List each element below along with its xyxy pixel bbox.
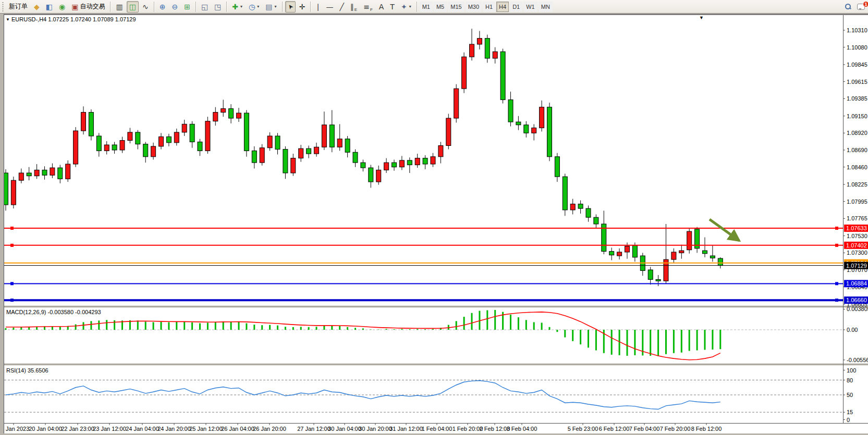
candle-body	[128, 132, 132, 141]
news-signal-icon[interactable]: ◉	[56, 1, 68, 13]
price-tick-label: 1.09385	[847, 95, 867, 102]
dropdown-caret-icon[interactable]: ▾	[409, 4, 411, 9]
bar-chart-icon[interactable]: ▥	[113, 1, 125, 13]
dropdown-caret-icon[interactable]: ▾	[240, 4, 242, 9]
candle-body	[244, 113, 249, 151]
symbol-collapse-icon[interactable]: ▼	[6, 17, 10, 22]
icon-subletter: E	[354, 7, 357, 12]
tf-h4[interactable]: H4	[496, 2, 509, 12]
candle-body	[299, 148, 303, 158]
template-icon[interactable]: ▤▾	[263, 1, 279, 13]
market-watch-icon[interactable]: ◧	[43, 1, 55, 13]
rsi-tick-label: 100	[847, 367, 856, 374]
level-handle[interactable]	[835, 299, 838, 302]
time-tick-label: 20 Jan 04:00	[29, 426, 62, 432]
candle-body	[547, 107, 552, 157]
rsi-indicator-label: RSI(14) 35.6506	[6, 367, 48, 374]
tf-m15[interactable]: M15	[448, 2, 464, 12]
new-chart-icon[interactable]: ✚▾	[229, 1, 245, 13]
level-handle[interactable]	[10, 244, 14, 247]
level-handle[interactable]	[10, 227, 14, 230]
period-icon[interactable]: ◷▾	[246, 1, 262, 13]
zoom-in-icon-glyph: ⊕	[160, 3, 166, 10]
gold-ingot-icon[interactable]: ◆	[31, 1, 42, 13]
macd-tick-label: 0.00	[847, 327, 858, 333]
tf-w1[interactable]: W1	[523, 2, 537, 12]
eurusd-h4-chart[interactable]: 1.103101.100801.098451.096151.093851.091…	[4, 15, 868, 433]
candle-body	[322, 125, 326, 147]
text-label-icon[interactable]: T	[387, 1, 397, 13]
toolbar-separator	[282, 2, 283, 12]
cursor-icon-glyph: ➤	[286, 2, 295, 10]
toolbar-grip[interactable]	[2, 2, 4, 11]
dropdown-caret-icon[interactable]: ▾	[257, 4, 259, 9]
time-tick-label: 31 Jan 12:00	[389, 426, 423, 432]
candle-body	[454, 89, 459, 118]
level-handle[interactable]	[835, 244, 838, 247]
candlestick-chart-icon[interactable]: ◫	[127, 1, 139, 13]
level-handle[interactable]	[835, 282, 838, 285]
candle-body	[353, 152, 358, 163]
level-handle[interactable]	[835, 227, 838, 230]
candlestick	[687, 228, 692, 253]
fibonacci-icon[interactable]: ≡F	[361, 1, 375, 13]
candle-body	[438, 145, 443, 156]
time-tick-label: 5 Feb 23:00	[568, 426, 598, 432]
level-price-label: 1.06660	[846, 297, 867, 303]
autotrade-button[interactable]: ▣自动交易	[69, 1, 107, 13]
candle-body	[229, 108, 234, 118]
text-icon[interactable]: A	[376, 1, 387, 13]
zoom-in-icon[interactable]: ⊕	[157, 1, 168, 13]
candle-body	[136, 132, 140, 144]
rsi-tick-label: 50	[847, 392, 853, 398]
candle-body	[361, 163, 365, 168]
candle-body	[648, 270, 653, 279]
level-price-label: 1.07402	[846, 242, 867, 248]
gold-ingot-icon-glyph: ◆	[34, 3, 40, 10]
arrows-icon[interactable]: ✦▾	[398, 1, 414, 13]
price-tick-label: 1.10310	[847, 27, 867, 33]
search-icon[interactable]	[842, 1, 853, 13]
candle-body	[415, 158, 420, 165]
trendline-icon[interactable]: ╱	[337, 1, 346, 13]
candle-body	[423, 158, 427, 164]
cursor-icon[interactable]: ➤	[285, 1, 296, 13]
time-tick-label: 6 Feb 12:00	[599, 426, 630, 432]
tf-m5[interactable]: M5	[434, 2, 447, 12]
new-order-button[interactable]: 新订单	[6, 1, 30, 13]
candle-body	[143, 144, 148, 157]
fibonacci-icon-glyph: ≡	[363, 3, 370, 10]
candle-body	[166, 136, 171, 142]
tile-windows-icon-glyph: ⊞	[184, 3, 190, 10]
arrange-charts-icon[interactable]: ◱	[199, 1, 211, 13]
candle-body	[524, 125, 529, 133]
candlestick	[462, 53, 467, 93]
zoom-out-icon[interactable]: ⊖	[169, 1, 180, 13]
tf-m1[interactable]: M1	[420, 2, 433, 12]
crosshair-icon-glyph: ✛	[299, 3, 305, 10]
level-handle[interactable]	[10, 299, 14, 302]
line-chart-icon[interactable]: ∿	[140, 1, 151, 13]
equidistant-channel-icon[interactable]: ∥E	[348, 1, 360, 13]
tf-h1[interactable]: H1	[483, 2, 495, 12]
vertical-line-icon[interactable]: ∣	[313, 1, 322, 13]
chart-background	[4, 15, 868, 433]
time-tick-label: 24 Jan 04:00	[126, 426, 159, 432]
chat-icon[interactable]: 1	[854, 1, 867, 13]
tf-mn[interactable]: MN	[539, 2, 553, 12]
crosshair-icon[interactable]: ✛	[297, 1, 308, 13]
price-tick-label: 1.09615	[847, 79, 867, 85]
tile-windows-icon[interactable]: ⊞	[181, 1, 193, 13]
tf-d1[interactable]: D1	[510, 2, 522, 12]
period-icon-glyph: ◷	[249, 3, 255, 10]
chart-shift-marker[interactable]: ▼	[699, 15, 704, 20]
candle-body	[27, 173, 31, 176]
vertical-line-icon-glyph: ∣	[316, 3, 320, 10]
horizontal-line-icon[interactable]: —	[323, 1, 336, 13]
macd-tick-label: 0.003805	[847, 306, 868, 312]
dropdown-caret-icon[interactable]: ▾	[275, 4, 277, 9]
level-handle[interactable]	[10, 282, 14, 285]
cascade-charts-icon[interactable]: ◳	[212, 1, 224, 13]
tf-m30[interactable]: M30	[466, 2, 482, 12]
candlestick	[4, 169, 8, 211]
